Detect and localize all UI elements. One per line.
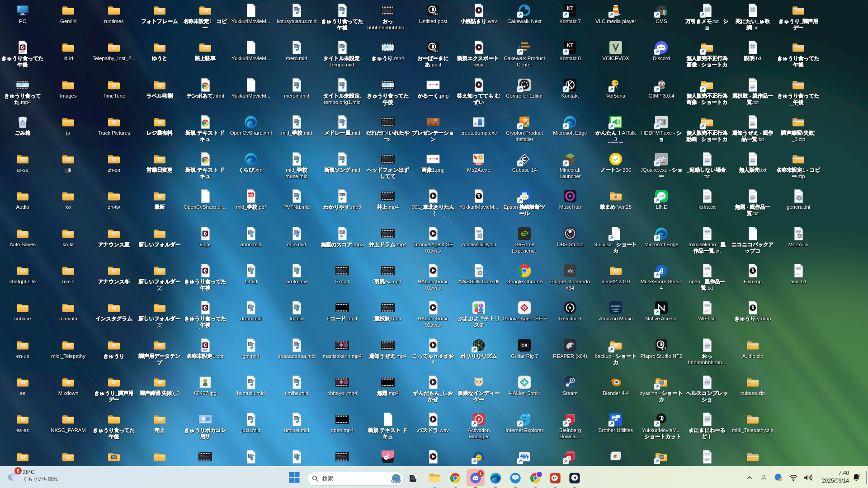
- svg-text:sfz: sfz: [567, 268, 573, 273]
- svg-text:CP!: CP!: [523, 119, 528, 122]
- svg-text:P: P: [553, 475, 556, 480]
- svg-text:NT2: NT2: [433, 49, 439, 52]
- svg-text:amazon: amazon: [611, 305, 620, 307]
- svg-text:NT2: NT2: [433, 12, 439, 15]
- svg-text:PDF: PDF: [248, 193, 254, 196]
- svg-text:MoZA: MoZA: [476, 163, 482, 165]
- svg-text:music: music: [612, 308, 619, 310]
- svg-text:GR: GR: [521, 343, 528, 348]
- svg-text:筆: 筆: [614, 195, 618, 199]
- svg-text:z: z: [859, 473, 861, 476]
- svg-text:KT: KT: [567, 5, 574, 11]
- svg-text:LINE: LINE: [659, 195, 665, 197]
- svg-text:KT: KT: [567, 42, 574, 48]
- svg-text:NT2: NT2: [661, 347, 667, 350]
